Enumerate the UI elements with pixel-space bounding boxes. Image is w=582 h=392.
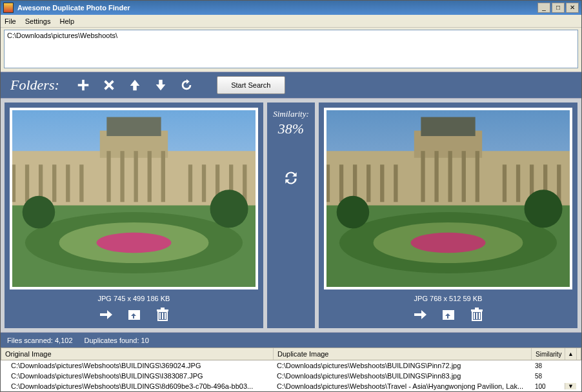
svg-rect-39 (394, 164, 397, 202)
cell-duplicate: C:\Downloads\pictures\Webshoots\BUILDING… (273, 362, 531, 369)
svg-point-23 (97, 233, 172, 253)
svg-rect-44 (476, 151, 479, 202)
close-button[interactable]: ✕ (566, 3, 579, 13)
status-bar: Files scanned: 4,102 Duplicates found: 1… (1, 332, 581, 348)
cell-duplicate: C:\Downloads\pictures\Webshoots\BUILDING… (273, 372, 531, 380)
svg-rect-15 (161, 151, 165, 202)
right-actions (412, 306, 485, 323)
minimize-button[interactable]: _ (537, 3, 550, 13)
svg-rect-57 (475, 308, 479, 309)
app-window: Awesome Duplicate Photo Finder _ □ ✕ Fil… (0, 0, 582, 392)
svg-point-53 (337, 196, 370, 229)
table-row[interactable]: C:\Downloads\pictures\Webshoots\BUILDING… (1, 360, 581, 371)
left-next-button[interactable] (97, 306, 114, 323)
svg-rect-9 (66, 164, 70, 202)
left-delete-button[interactable] (154, 306, 171, 323)
move-up-button[interactable] (126, 77, 143, 93)
table-row[interactable]: C:\Downloads\pictures\Webshoots\BUILDING… (1, 381, 581, 391)
table-row[interactable]: C:\Downloads\pictures\Webshoots\BUILDING… (1, 371, 581, 381)
cell-original: C:\Downloads\pictures\Webshoots\BUILDING… (1, 382, 273, 390)
right-delete-button[interactable] (468, 306, 485, 323)
scroll-up-icon[interactable]: ▲ (565, 348, 577, 360)
refresh-button[interactable] (178, 77, 195, 93)
svg-rect-41 (434, 151, 438, 202)
scroll-down-icon[interactable]: ▼ (565, 383, 576, 389)
move-down-button[interactable] (152, 77, 169, 93)
swap-button[interactable] (283, 170, 299, 188)
svg-rect-40 (421, 151, 425, 202)
menu-file[interactable]: File (5, 17, 16, 25)
svg-rect-6 (25, 164, 29, 202)
svg-rect-37 (366, 164, 370, 202)
svg-rect-12 (120, 151, 124, 202)
app-icon (3, 3, 14, 13)
similarity-label: Similarity: (273, 109, 309, 119)
svg-rect-11 (106, 151, 110, 202)
svg-rect-27 (157, 309, 168, 311)
svg-rect-35 (339, 164, 343, 202)
svg-rect-5 (12, 164, 15, 202)
duplicates-found: Duplicates found: 10 (85, 337, 149, 344)
svg-rect-13 (134, 151, 138, 202)
folders-label: Folders: (10, 77, 59, 93)
svg-rect-14 (148, 151, 152, 202)
svg-point-54 (525, 190, 563, 228)
svg-rect-43 (462, 151, 466, 202)
left-image (10, 108, 258, 289)
folders-toolbar: Folders: Start Search (1, 72, 581, 99)
svg-rect-42 (448, 151, 452, 202)
right-open-folder-button[interactable] (440, 306, 457, 323)
header-duplicate[interactable]: Duplicate Image (274, 348, 532, 360)
right-image (324, 108, 572, 289)
cell-similarity: 38 (531, 362, 565, 369)
folder-path-list[interactable]: C:\Downloads\pictures\Webshoots\ (4, 30, 578, 68)
cell-duplicate: C:\Downloads\pictures\Webshoots\Travel -… (273, 382, 531, 390)
svg-rect-4 (106, 117, 161, 137)
right-image-panel: JPG 768 x 512 59 KB (319, 103, 577, 328)
menu-help[interactable]: Help (59, 17, 74, 25)
left-image-panel: JPG 745 x 499 186 KB (5, 103, 263, 328)
svg-rect-55 (443, 310, 454, 312)
start-search-button[interactable]: Start Search (217, 76, 285, 94)
window-controls: _ □ ✕ (537, 3, 579, 13)
similarity-panel: Similarity: 38% (267, 103, 315, 328)
svg-rect-26 (128, 310, 140, 312)
svg-rect-46 (516, 164, 520, 202)
svg-point-52 (411, 233, 486, 253)
add-folder-button[interactable] (75, 77, 92, 93)
titlebar: Awesome Duplicate Photo Finder _ □ ✕ (1, 1, 581, 15)
comparison-area: JPG 745 x 499 186 KB Similarity: 38% (1, 99, 581, 332)
svg-point-25 (210, 190, 248, 228)
left-actions (97, 306, 171, 323)
results-body: C:\Downloads\pictures\Webshoots\BUILDING… (1, 360, 581, 391)
left-image-meta: JPG 745 x 499 186 KB (98, 295, 170, 302)
svg-rect-45 (503, 164, 507, 202)
files-scanned: Files scanned: 4,102 (7, 337, 73, 344)
maximize-button[interactable]: □ (552, 3, 565, 13)
cell-original: C:\Downloads\pictures\Webshoots\BUILDING… (1, 362, 273, 369)
remove-folder-button[interactable] (101, 77, 117, 93)
right-next-button[interactable] (412, 306, 428, 323)
header-original[interactable]: Original Image (1, 348, 274, 360)
svg-point-24 (23, 196, 55, 229)
svg-rect-10 (79, 164, 83, 202)
menubar: File Settings Help (1, 15, 581, 28)
cell-similarity: 100 (531, 383, 565, 390)
right-image-meta: JPG 768 x 512 59 KB (414, 295, 483, 302)
svg-rect-33 (421, 117, 475, 137)
cell-similarity: 58 (531, 373, 565, 380)
left-open-folder-button[interactable] (126, 306, 143, 323)
window-title: Awesome Duplicate Photo Finder (17, 4, 537, 12)
svg-rect-38 (380, 164, 384, 202)
svg-rect-8 (52, 164, 56, 202)
cell-original: C:\Downloads\pictures\Webshoots\BUILDING… (1, 372, 273, 380)
results-header: Original Image Duplicate Image Similarit… (1, 348, 581, 360)
svg-rect-34 (326, 164, 330, 202)
menu-settings[interactable]: Settings (25, 17, 51, 25)
header-similarity[interactable]: Similarity (532, 348, 565, 360)
svg-rect-17 (202, 164, 206, 202)
similarity-value: 38% (278, 121, 304, 137)
folder-path: C:\Downloads\pictures\Webshoots\ (7, 32, 575, 39)
svg-rect-28 (161, 308, 165, 309)
svg-rect-56 (471, 309, 483, 311)
